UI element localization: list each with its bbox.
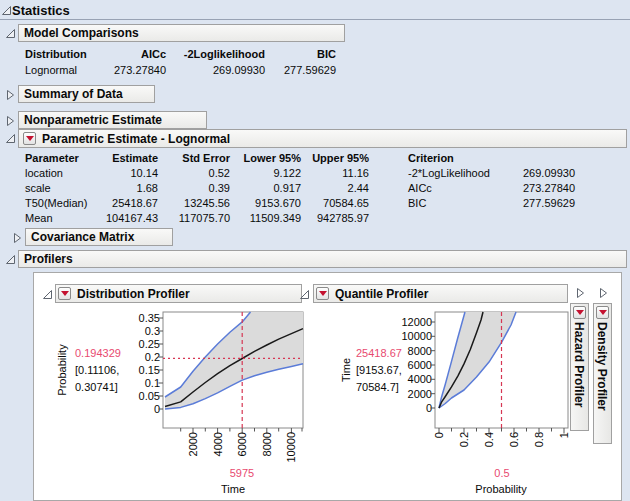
x-tick-label: 0 — [433, 432, 445, 466]
x-axis-label: Time — [195, 483, 271, 496]
ci-lower-text: [0.11106, — [75, 364, 130, 377]
table-cell-lower95: 9.122 — [230, 167, 301, 180]
col-header-distribution: Distribution — [25, 48, 103, 61]
red-triangle-menu-button[interactable] — [596, 306, 609, 319]
section-header-covariance-matrix[interactable]: Covariance Matrix — [25, 228, 173, 246]
x-tick-label: 10000 — [285, 432, 297, 466]
x-tick-label: 6000 — [236, 432, 248, 466]
jmp-statistics-report: Statistics Model Comparisons Distributio… — [0, 0, 630, 501]
x-tick-label: 8000 — [261, 432, 273, 466]
current-x-value[interactable]: 0.5 — [480, 467, 524, 480]
table-cell-std-error: 0.52 — [158, 167, 230, 180]
y-axis-label: Probability — [56, 340, 68, 400]
table-cell-lower95: 11509.349 — [230, 212, 301, 225]
disclosure-collapsed-icon[interactable] — [575, 287, 586, 298]
disclosure-expanded-icon[interactable] — [5, 254, 16, 265]
table-cell-upper95: 2.44 — [301, 182, 369, 195]
current-x-value[interactable]: 5975 — [220, 467, 264, 480]
disclosure-collapsed-icon[interactable] — [12, 232, 23, 243]
section-header-quantile-profiler[interactable]: Quantile Profiler — [313, 284, 568, 303]
col-header-upper95: Upper 95% — [301, 152, 369, 165]
col-header-criterion: Criterion — [408, 152, 518, 165]
section-title: Covariance Matrix — [31, 230, 134, 244]
criterion-label: -2*LogLikelihood — [408, 167, 518, 180]
x-axis-label: Probability — [446, 483, 556, 496]
table-cell-lower95: 0.917 — [230, 182, 301, 195]
table-cell-std-error: 13245.56 — [158, 197, 230, 210]
col-header-std-error: Std Error — [158, 152, 230, 165]
criterion-value: 273.27840 — [518, 182, 575, 195]
ci-upper-text: 0.30741] — [75, 381, 130, 394]
section-header-density-profiler[interactable]: Density Profiler — [593, 303, 612, 444]
x-tick-label: 0.2 — [458, 432, 470, 466]
x-tick-label: 1 — [558, 432, 570, 466]
criterion-label: AICc — [408, 182, 518, 195]
section-title: Nonparametric Estimate — [24, 113, 162, 127]
criterion-value: 277.59629 — [518, 197, 575, 210]
divider — [0, 19, 630, 20]
x-tick-label: 0.6 — [508, 432, 520, 466]
x-tick-label: 2000 — [187, 432, 199, 466]
table-cell-parameter: Mean — [25, 212, 103, 225]
red-triangle-menu-button[interactable] — [316, 287, 329, 300]
red-triangle-menu-button[interactable] — [58, 287, 71, 300]
section-header-summary-of-data[interactable]: Summary of Data — [18, 85, 155, 103]
distribution-profiler-plot[interactable] — [155, 308, 307, 438]
section-title: Distribution Profiler — [77, 287, 190, 301]
y-axis-label: Time — [340, 345, 352, 395]
table-cell-estimate: 1.68 — [103, 182, 158, 195]
disclosure-collapsed-icon[interactable] — [5, 115, 16, 126]
table-cell-parameter: scale — [25, 182, 103, 195]
section-header-parametric-estimate[interactable]: Parametric Estimate - Lognormal — [18, 129, 627, 148]
criterion-label: BIC — [408, 197, 518, 210]
col-header-estimate: Estimate — [103, 152, 158, 165]
disclosure-expanded-icon[interactable] — [5, 28, 16, 39]
disclosure-expanded-icon[interactable] — [5, 133, 16, 144]
section-title: Profilers — [24, 252, 73, 266]
disclosure-expanded-icon[interactable] — [1, 5, 12, 16]
section-header-distribution-profiler[interactable]: Distribution Profiler — [55, 284, 302, 303]
criterion-value: 269.09930 — [518, 167, 575, 180]
col-header-lower95: Lower 95% — [230, 152, 301, 165]
section-header-model-comparisons[interactable]: Model Comparisons — [18, 24, 345, 42]
section-title: Hazard Profiler — [572, 322, 586, 407]
table-cell-parameter: location — [25, 167, 103, 180]
red-triangle-menu-button[interactable] — [573, 306, 586, 319]
quantile-profiler-plot[interactable] — [427, 308, 573, 438]
table-cell-std-error: 0.39 — [158, 182, 230, 195]
table-cell-std-error: 117075.70 — [158, 212, 230, 225]
table-cell-lower95: 9153.670 — [230, 197, 301, 210]
x-tick-label: 0.8 — [533, 432, 545, 466]
section-header-profilers[interactable]: Profilers — [18, 250, 627, 268]
table-cell-2loglikelihood: 269.09930 — [166, 64, 265, 77]
disclosure-collapsed-icon[interactable] — [598, 287, 609, 298]
section-title: Summary of Data — [24, 87, 123, 101]
red-triangle-menu-button[interactable] — [23, 132, 36, 145]
col-header-2loglikelihood: -2Loglikelihood — [166, 48, 265, 61]
table-cell-distribution: Lognormal — [25, 64, 103, 77]
table-cell-upper95: 11.16 — [301, 167, 369, 180]
table-cell-bic: 277.59629 — [265, 64, 336, 77]
section-title: Model Comparisons — [24, 26, 139, 40]
section-header-nonparametric-estimate[interactable]: Nonparametric Estimate — [18, 111, 207, 129]
table-cell-upper95: 70584.65 — [301, 197, 369, 210]
x-tick-label: 4000 — [212, 432, 224, 466]
col-header-parameter: Parameter — [25, 152, 103, 165]
table-cell-estimate: 10.14 — [103, 167, 158, 180]
disclosure-expanded-icon[interactable] — [299, 289, 310, 300]
table-cell-estimate: 25418.67 — [103, 197, 158, 210]
col-header-bic: BIC — [265, 48, 336, 61]
disclosure-expanded-icon[interactable] — [42, 289, 53, 300]
section-title: Parametric Estimate - Lognormal — [42, 132, 230, 146]
col-header-aicc: AICc — [105, 48, 166, 61]
page-title: Statistics — [12, 3, 70, 18]
section-title: Density Profiler — [595, 322, 609, 411]
disclosure-collapsed-icon[interactable] — [5, 89, 16, 100]
section-title: Quantile Profiler — [335, 287, 428, 301]
x-tick-label: 0.4 — [483, 432, 495, 466]
table-cell-upper95: 942785.97 — [301, 212, 369, 225]
table-cell-parameter: T50(Median) — [25, 197, 103, 210]
current-y-value[interactable]: 0.194329 — [75, 347, 127, 360]
table-cell-aicc: 273.27840 — [105, 64, 166, 77]
table-cell-estimate: 104167.43 — [103, 212, 158, 225]
